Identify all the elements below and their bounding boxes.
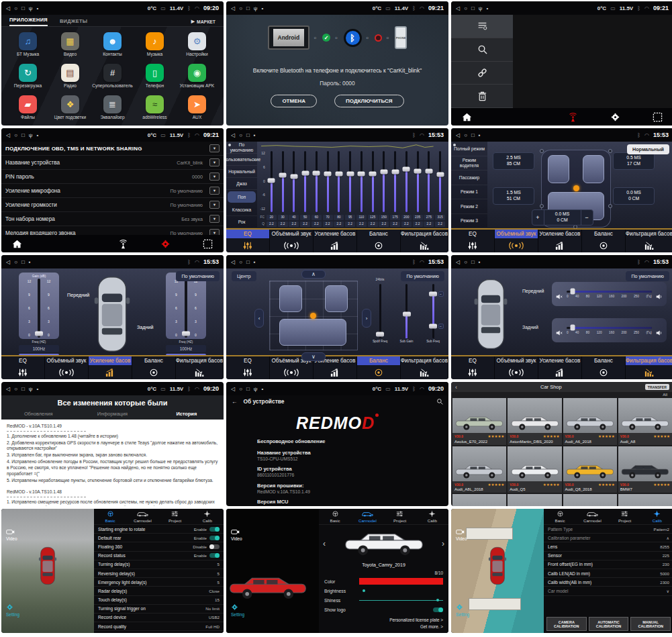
balance-position-dot[interactable]: [310, 313, 316, 319]
settings-row[interactable]: PIN пароль0000▼: [1, 170, 224, 184]
setting-row[interactable]: Car model∨: [544, 587, 672, 595]
home-icon[interactable]: ○: [14, 132, 17, 138]
home-icon[interactable]: ○: [464, 5, 467, 11]
setting-row[interactable]: Calib width(AB in mm)2300: [544, 578, 672, 587]
eq-band[interactable]: 802.2: [334, 151, 345, 227]
back-icon[interactable]: ◁: [231, 386, 235, 392]
eq-slider-handle[interactable]: [279, 173, 287, 178]
home-icon[interactable]: ○: [14, 259, 17, 265]
recents-icon[interactable]: □: [471, 132, 475, 138]
screen-frame-button[interactable]: [203, 239, 213, 249]
about-item[interactable]: Название устройстваTS10-CPU-UMS512: [257, 450, 418, 461]
setting-row[interactable]: Floating 360Disable: [94, 542, 224, 551]
tab-bass[interactable]: Усиление басов: [89, 356, 132, 379]
preset-item[interactable]: По умолчанию: [226, 142, 257, 154]
preset-item[interactable]: Режим 2: [451, 199, 487, 214]
tab-carmodel[interactable]: Carmodel: [576, 509, 608, 524]
cancel-button[interactable]: ОТМЕНА: [271, 95, 317, 107]
tab-eq[interactable]: EQ: [451, 356, 495, 379]
toggle-on[interactable]: [433, 607, 443, 612]
back-icon[interactable]: ◁: [231, 259, 235, 265]
back-icon[interactable]: ◁: [231, 132, 235, 138]
about-item[interactable]: Беспроводное обновление: [257, 438, 418, 444]
car-card[interactable]: [452, 494, 506, 506]
recents-icon[interactable]: □: [21, 132, 25, 138]
rear-right-delay[interactable]: 0.0 MS0 CM: [613, 187, 655, 205]
video-button[interactable]: Video: [6, 529, 17, 541]
tab-bass[interactable]: Усиление басов: [538, 356, 582, 379]
preset-item[interactable]: Полный режим: [451, 142, 487, 156]
eq-band[interactable]: 2002.2: [401, 151, 412, 227]
eq-band[interactable]: 302.2: [277, 151, 289, 227]
tab-applications[interactable]: ПРИЛОЖЕНИЯ: [9, 17, 48, 26]
preset-item[interactable]: Режим водителя: [451, 156, 487, 171]
eq-band[interactable]: 1752.2: [389, 151, 401, 227]
app-shortcut[interactable]: ♪Музыка: [146, 32, 164, 56]
tab-eq[interactable]: EQ: [1, 356, 45, 379]
toggle-on[interactable]: [209, 536, 220, 540]
setting-row[interactable]: Radar delay(s)Close: [94, 587, 224, 595]
license-plate-link[interactable]: Personalized license plate >: [389, 617, 443, 624]
color-swatch[interactable]: [359, 578, 443, 585]
back-icon[interactable]: ◁: [6, 259, 10, 265]
toggle-on[interactable]: [209, 553, 220, 558]
home-icon[interactable]: ○: [239, 386, 242, 392]
tab-bass[interactable]: Усиление басов: [538, 230, 582, 252]
car-card[interactable]: [508, 494, 561, 506]
car-card[interactable]: V30.0★★★★★Audi_A8L_2018: [452, 446, 506, 493]
setting-row[interactable]: Reversing delay(s)5: [94, 569, 224, 578]
about-item[interactable]: ID устройства860110101201776: [257, 466, 418, 477]
tab-project[interactable]: Project: [384, 509, 416, 524]
eq-band[interactable]: 1102.2: [356, 151, 367, 227]
app-shortcut[interactable]: ▰Файлы: [19, 95, 37, 119]
car-card[interactable]: [563, 494, 617, 506]
app-shortcut[interactable]: ↻Перезагрузка: [14, 64, 42, 88]
eq-slider-handle[interactable]: [414, 169, 422, 174]
car-card[interactable]: V30.0★★★★★Audi_Q5: [508, 446, 561, 493]
prev-model-button[interactable]: ‹: [323, 539, 326, 548]
front-left-delay[interactable]: 2.5 MS85 CM: [493, 152, 534, 170]
preset-item[interactable]: Режим 1: [451, 185, 487, 200]
eq-slider-handle[interactable]: [335, 171, 342, 176]
recents-icon[interactable]: □: [21, 386, 25, 392]
back-icon[interactable]: ◁: [6, 132, 10, 138]
back-arrow-icon[interactable]: ←: [232, 398, 237, 405]
mini-adjust-button[interactable]: −: [438, 324, 444, 329]
tab-carmodel[interactable]: Carmodel: [351, 509, 383, 524]
tab-basic[interactable]: Basic: [94, 509, 126, 524]
app-shortcut[interactable]: #Суперпользователь: [92, 64, 133, 88]
balance-seat-grid[interactable]: [269, 281, 358, 350]
app-shortcut[interactable]: ⚙Настройки: [186, 32, 207, 56]
eq-band[interactable]: 602.2: [311, 151, 322, 227]
brightness-slider[interactable]: [359, 588, 443, 593]
eq-slider-handle[interactable]: [313, 170, 320, 175]
home-button[interactable]: [12, 239, 22, 249]
next-model-button[interactable]: ›: [442, 539, 444, 548]
arrow-left-button[interactable]: ‹: [254, 309, 264, 328]
eq-slider-handle[interactable]: [324, 171, 332, 176]
eq-band[interactable]: 1252.2: [367, 151, 379, 227]
setting-row[interactable]: Default rearEnable: [94, 534, 224, 542]
sound-style-button[interactable]: Нормальный: [627, 144, 669, 154]
car-card[interactable]: V30.0★★★★★Audi_Q8_2018: [563, 446, 617, 493]
tab-basic[interactable]: Basic: [319, 509, 351, 524]
gain-slider-handle[interactable]: [182, 331, 190, 336]
tab-surround[interactable]: Объёмный звук: [270, 230, 314, 252]
about-item[interactable]: Версия MCUTs10.1.1-100-991-A4C689-220512…: [257, 499, 418, 506]
arrow-down-button[interactable]: ∨: [301, 352, 326, 361]
tab-surround[interactable]: Объёмный звук: [495, 356, 538, 379]
screen-frame-button[interactable]: [653, 112, 663, 122]
setting-row[interactable]: Sensor225: [544, 552, 672, 560]
setting-row[interactable]: Turning signal trigger onNo limit: [94, 605, 224, 614]
default-button[interactable]: По умолчанию: [176, 271, 220, 281]
filter-slider-handle[interactable]: [570, 289, 575, 295]
home-icon[interactable]: ○: [239, 5, 242, 11]
search-tool-button[interactable]: [451, 38, 513, 62]
app-shortcut[interactable]: ❖Цвет подсветки: [54, 95, 86, 119]
eq-slider-handle[interactable]: [290, 175, 297, 179]
shiness-slider[interactable]: [359, 597, 443, 603]
tab-eq[interactable]: EQ: [226, 356, 270, 379]
eq-slider-handle[interactable]: [369, 171, 377, 176]
speaker-icon[interactable]: [656, 327, 663, 334]
car-card[interactable]: V30.0★★★★★Audi_A8: [618, 398, 672, 445]
